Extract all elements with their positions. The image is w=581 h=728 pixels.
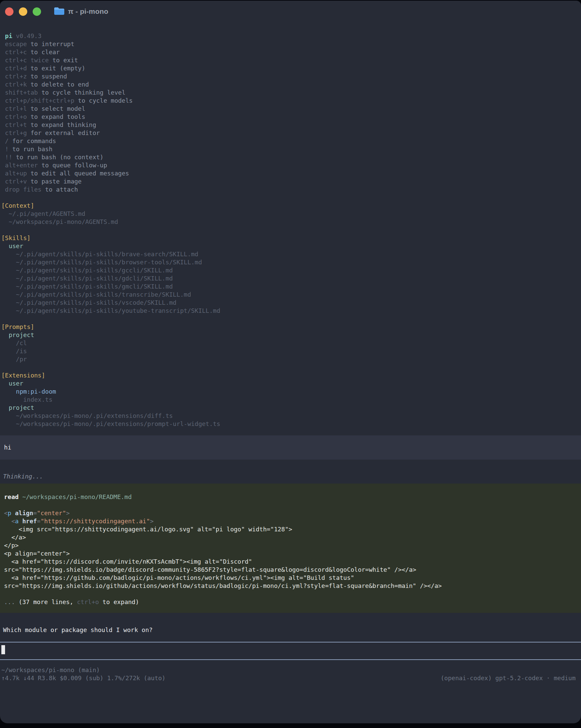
terminal-line: </p> <box>4 542 581 549</box>
terminal-line: ~/.pi/agent/AGENTS.md <box>1 210 581 218</box>
terminal-line: <a href="https://github.com/badlogic/pi-… <box>4 574 581 582</box>
session-intro: pi v0.49.3 escape to interrupt ctrl+c to… <box>0 32 581 428</box>
terminal-line: <img src="https://shittycodingagent.ai/l… <box>4 525 581 534</box>
terminal-line: escape to interrupt <box>1 40 581 48</box>
terminal-line: ~/workspaces/pi-mono/.pi/extensions/prom… <box>1 420 581 428</box>
terminal-line: <a href="https://discord.com/invite/nKXT… <box>4 557 581 566</box>
terminal-line: user <box>1 380 581 388</box>
terminal-line: ~/.pi/agent/skills/pi-skills/browser-too… <box>1 258 581 266</box>
terminal-line: user <box>1 242 581 250</box>
terminal-line: ctrl+o to expand tools <box>1 113 581 121</box>
terminal-line: <p align="center"> <box>4 549 581 557</box>
terminal-viewport[interactable]: pi v0.49.3 escape to interrupt ctrl+c to… <box>0 22 581 682</box>
terminal-line <box>1 226 581 234</box>
terminal-line <box>1 193 581 202</box>
terminal-line: ~/workspaces/pi-mono/.pi/extensions/diff… <box>1 412 581 420</box>
terminal-line: [Prompts] <box>1 323 581 331</box>
terminal-line: ctrl+v to paste image <box>1 178 581 185</box>
titlebar: π - pi-mono <box>0 1 581 22</box>
terminal-line: ~/.pi/agent/skills/pi-skills/gdcli/SKILL… <box>1 275 581 283</box>
terminal-line: ctrl+d to exit (empty) <box>1 64 581 72</box>
status-cwd: ~/workspaces/pi-mono (main) <box>1 666 576 674</box>
terminal-line: ! to run bash <box>1 145 581 153</box>
terminal-line: ~/.pi/agent/skills/pi-skills/transcribe/… <box>1 291 581 299</box>
terminal-line: ctrl+g for external editor <box>1 129 581 137</box>
terminal-line: /is <box>1 347 581 355</box>
terminal-line: ctrl+z to suspend <box>1 72 581 80</box>
terminal-line: / for commands <box>1 137 581 145</box>
terminal-line: read ~/workspaces/pi-mono/README.md <box>4 493 581 501</box>
terminal-line <box>1 315 581 323</box>
status-model: (openai-codex) gpt-5.2-codex · medium <box>441 674 576 682</box>
terminal-line: src="https://img.shields.io/badge/discor… <box>4 566 581 574</box>
terminal-line: ~/.pi/agent/skills/pi-skills/brave-searc… <box>1 250 581 258</box>
user-message-text: hi <box>4 443 581 451</box>
prompt-input[interactable] <box>0 642 581 660</box>
terminal-line: ~/workspaces/pi-mono/AGENTS.md <box>1 218 581 226</box>
terminal-line: [Context] <box>1 202 581 210</box>
terminal-line: ~/.pi/agent/skills/pi-skills/youtube-tra… <box>1 307 581 315</box>
zoom-button[interactable] <box>33 7 41 16</box>
terminal-line: pi v0.49.3 <box>1 32 581 40</box>
terminal-line: ~/.pi/agent/skills/pi-skills/gmcli/SKILL… <box>1 283 581 291</box>
terminal-line: /cl <box>1 339 581 347</box>
terminal-line: alt+enter to queue follow-up <box>1 161 581 170</box>
terminal-line: <a href="https://shittycodingagent.ai"> <box>4 517 581 525</box>
terminal-line <box>4 590 581 598</box>
folder-icon <box>54 7 64 16</box>
terminal-line: ctrl+k to delete to end <box>1 80 581 88</box>
user-message: hi <box>0 435 581 460</box>
terminal-line: npm:pi-doom <box>1 388 581 396</box>
terminal-line: ctrl+c twice to exit <box>1 56 581 64</box>
window-title: π - pi-mono <box>68 7 108 16</box>
text-cursor <box>1 645 5 654</box>
terminal-line: !! to run bash (no context) <box>1 153 581 161</box>
terminal-line: ctrl+c to clear <box>1 48 581 56</box>
terminal-line: <p align="center"> <box>4 509 581 517</box>
terminal-line: [Skills] <box>1 234 581 242</box>
terminal-line: </a> <box>4 534 581 542</box>
terminal-line: index.ts <box>1 396 581 404</box>
terminal-line: ... (37 more lines, ctrl+o to expand) <box>4 598 581 606</box>
terminal-line: src="https://img.shields.io/github/actio… <box>4 582 581 590</box>
terminal-line: shift+tab to cycle thinking level <box>1 88 581 97</box>
minimize-button[interactable] <box>19 7 27 16</box>
thinking-indicator: Thinking... <box>0 472 581 480</box>
status-bar: ~/workspaces/pi-mono (main) ↑4.7k ↓44 R3… <box>0 666 581 682</box>
terminal-line: project <box>1 331 581 339</box>
status-row: ↑4.7k ↓44 R3.8k $0.009 (sub) 1.7%/272k (… <box>1 674 576 682</box>
terminal-line: /pr <box>1 355 581 363</box>
terminal-line: ctrl+t to expand thinking <box>1 121 581 129</box>
terminal-line: project <box>1 404 581 412</box>
assistant-message: Which module or package should I work on… <box>0 626 581 634</box>
terminal-window: π - pi-mono pi v0.49.3 escape to interru… <box>0 1 581 723</box>
terminal-line: drop files to attach <box>1 185 581 193</box>
close-button[interactable] <box>5 7 14 16</box>
terminal-line: [Extensions] <box>1 371 581 380</box>
terminal-line: alt+up to edit all queued messages <box>1 170 581 178</box>
terminal-line: ctrl+p/shift+ctrl+p to cycle models <box>1 97 581 105</box>
terminal-line <box>4 501 581 509</box>
terminal-line: ~/.pi/agent/skills/pi-skills/gccli/SKILL… <box>1 266 581 275</box>
terminal-line: ~/.pi/agent/skills/pi-skills/vscode/SKIL… <box>1 299 581 307</box>
terminal-line: ctrl+l to select model <box>1 105 581 113</box>
tool-call-read-block: read ~/workspaces/pi-mono/README.md <p a… <box>0 484 581 613</box>
status-stats: ↑4.7k ↓44 R3.8k $0.009 (sub) 1.7%/272k (… <box>1 674 166 682</box>
terminal-line <box>1 363 581 371</box>
